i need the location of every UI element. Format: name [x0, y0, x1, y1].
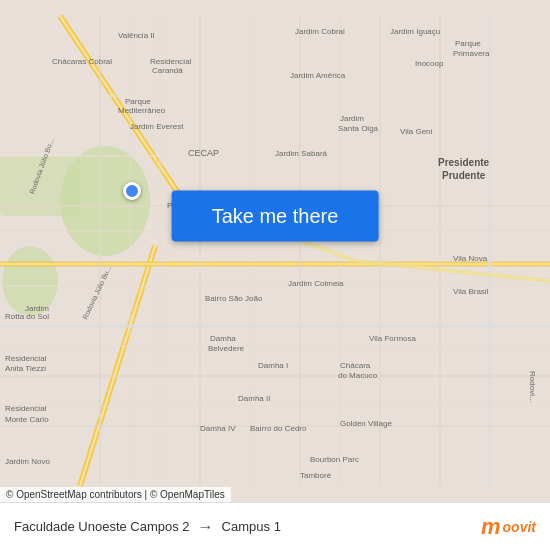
svg-text:Santa Olga: Santa Olga — [338, 124, 379, 133]
svg-text:Residencial: Residencial — [5, 354, 47, 363]
svg-text:Bairro do Cedro: Bairro do Cedro — [250, 424, 307, 433]
svg-text:Jardim Novo: Jardim Novo — [5, 457, 50, 466]
svg-text:Jardim Colmeia: Jardim Colmeia — [288, 279, 344, 288]
svg-text:Vila Formosa: Vila Formosa — [369, 334, 417, 343]
svg-text:CECAP: CECAP — [188, 148, 219, 158]
map-svg: Valência II Chácaras Cobral Residencial … — [0, 0, 550, 502]
svg-text:Residencial: Residencial — [5, 404, 47, 413]
svg-text:Jardim Everest: Jardim Everest — [130, 122, 184, 131]
svg-text:Damha: Damha — [210, 334, 236, 343]
svg-text:Mediterrâneo: Mediterrâneo — [118, 106, 166, 115]
map-attribution: © OpenStreetMap contributors | © OpenMap… — [0, 487, 231, 502]
svg-text:Prudente: Prudente — [442, 170, 486, 181]
svg-text:Primavera: Primavera — [453, 49, 490, 58]
svg-rect-0 — [0, 16, 550, 486]
bottom-bar: Faculdade Unoeste Campos 2 → Campus 1 m … — [0, 502, 550, 550]
svg-text:Rotta do Sol: Rotta do Sol — [5, 312, 49, 321]
moovit-logo: m oovit — [481, 514, 536, 540]
svg-text:Chácaras Cobral: Chácaras Cobral — [52, 57, 112, 66]
svg-text:Carandá: Carandá — [152, 66, 183, 75]
svg-text:Valência II: Valência II — [118, 31, 155, 40]
destination-label: Campus 1 — [222, 519, 281, 534]
svg-text:Inocoop: Inocoop — [415, 59, 444, 68]
svg-text:Vila Nova: Vila Nova — [453, 254, 488, 263]
moovit-text: oovit — [503, 519, 536, 535]
arrow-icon: → — [198, 518, 214, 536]
svg-text:Presidente: Presidente — [438, 157, 490, 168]
svg-text:Damha II: Damha II — [238, 394, 270, 403]
svg-text:Jardim: Jardim — [340, 114, 364, 123]
origin-label: Faculdade Unoeste Campos 2 — [14, 519, 190, 534]
svg-text:Bairro São João: Bairro São João — [205, 294, 263, 303]
svg-text:do Macuco: do Macuco — [338, 371, 378, 380]
svg-text:Rodovi...: Rodovi... — [528, 371, 537, 403]
svg-text:Damha I: Damha I — [258, 361, 288, 370]
take-me-there-button[interactable]: Take me there — [172, 190, 379, 241]
svg-text:Anita Tiezzi: Anita Tiezzi — [5, 364, 46, 373]
app: Valência II Chácaras Cobral Residencial … — [0, 0, 550, 550]
moovit-m-letter: m — [481, 514, 501, 540]
svg-text:Parque: Parque — [125, 97, 151, 106]
svg-text:Damha IV: Damha IV — [200, 424, 236, 433]
svg-text:Belvedere: Belvedere — [208, 344, 245, 353]
svg-text:Golden Village: Golden Village — [340, 419, 392, 428]
svg-text:Jardim Cobral: Jardim Cobral — [295, 27, 345, 36]
svg-text:Jardim América: Jardim América — [290, 71, 346, 80]
svg-text:Bourbon Parc: Bourbon Parc — [310, 455, 359, 464]
svg-text:Vila Brasil: Vila Brasil — [453, 287, 489, 296]
svg-text:Monte Carlo: Monte Carlo — [5, 415, 49, 424]
svg-text:Vila Geni: Vila Geni — [400, 127, 433, 136]
svg-text:Jardim Sabará: Jardim Sabará — [275, 149, 328, 158]
svg-text:Residencial: Residencial — [150, 57, 192, 66]
svg-text:Jardim Iguaçu: Jardim Iguaçu — [390, 27, 440, 36]
svg-text:Tamboré: Tamboré — [300, 471, 332, 480]
current-location-marker — [123, 182, 141, 200]
svg-text:Parque: Parque — [455, 39, 481, 48]
map-container: Valência II Chácaras Cobral Residencial … — [0, 0, 550, 502]
svg-text:Chácara: Chácara — [340, 361, 371, 370]
